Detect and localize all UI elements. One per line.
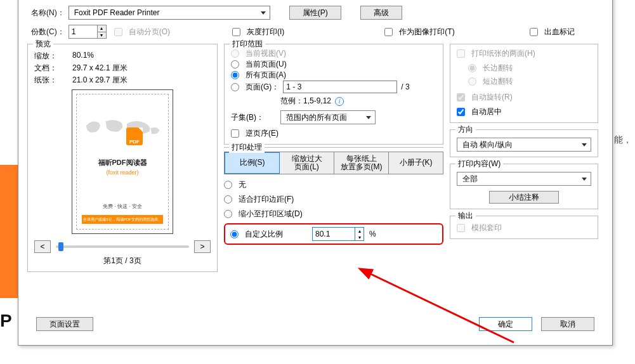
- shrink-radio[interactable]: [224, 210, 232, 218]
- zoom-label: 缩放：: [34, 51, 72, 62]
- page-setup-button[interactable]: 页面设置: [36, 317, 93, 331]
- paper-label: 纸张：: [34, 75, 72, 86]
- all-pages-label: 所有页面(A): [245, 70, 286, 81]
- preview-page: PDF 福昕PDF阅读器 (foxit reader) 免费 · 快速 · 安全…: [72, 89, 173, 234]
- custom-scale-label: 自定义比例: [245, 229, 283, 240]
- print-range-legend: 打印范围: [230, 39, 265, 49]
- pdf-file-icon: PDF: [126, 127, 143, 145]
- preview-group: 预览 缩放： 80.1% 文档： 29.7 x 42.1 厘米 纸张： 21.0…: [27, 44, 218, 272]
- duplex-group: 打印纸张的两面(H) 长边翻转 短边翻转 自动旋转(R) 自动居中: [450, 44, 598, 123]
- stepper-up-icon[interactable]: ▴: [355, 228, 363, 234]
- stepper-down-icon[interactable]: ▾: [355, 234, 363, 240]
- orientation-legend: 方向: [455, 124, 476, 135]
- pages-radio[interactable]: [231, 83, 239, 91]
- reverse-order-checkbox[interactable]: [231, 129, 239, 138]
- print-as-image-checkbox[interactable]: [384, 28, 393, 36]
- page-indicator: 第1页 / 3页: [34, 256, 211, 266]
- grayscale-label: 灰度打印(I): [247, 27, 284, 37]
- pages-input[interactable]: [283, 81, 397, 93]
- paper-value: 21.0 x 29.7 厘米: [72, 75, 211, 86]
- handling-tabs: 比例(S) 缩放过大 页面(L) 每张纸上 放置多页(M) 小册子(K): [224, 152, 443, 174]
- bleed-label: 出血标记: [544, 27, 575, 37]
- subset-label: 子集(B)：: [231, 112, 264, 123]
- shrink-label: 缩小至打印区域(D): [239, 209, 303, 219]
- tab-fit-large[interactable]: 缩放过大 页面(L): [280, 152, 334, 174]
- output-legend: 输出: [455, 211, 476, 221]
- stepper-up-icon[interactable]: ▴: [98, 25, 106, 32]
- tab-multi-per-sheet[interactable]: 每张纸上 放置多页(M): [334, 152, 389, 174]
- percent-label: %: [369, 230, 376, 238]
- brand-title: 福昕PDF阅读器: [77, 158, 168, 167]
- print-content-legend: 打印内容(W): [455, 159, 503, 169]
- chevron-down-icon: [582, 178, 587, 181]
- subset-select[interactable]: 范围内的所有页面: [280, 110, 376, 124]
- print-dialog: 名称(N)： Foxit PDF Reader Printer 属性(P) 高级…: [18, 0, 613, 346]
- advanced-button[interactable]: 高级: [360, 6, 402, 20]
- tab-booklet[interactable]: 小册子(K): [389, 152, 443, 174]
- scale-none-label: 无: [239, 179, 246, 190]
- chevron-down-icon: [366, 116, 371, 119]
- info-icon[interactable]: i: [335, 97, 344, 106]
- reverse-order-label: 逆页序(E): [245, 128, 278, 139]
- grayscale-checkbox[interactable]: [232, 28, 240, 36]
- stepper-down-icon[interactable]: ▾: [98, 32, 106, 39]
- collate-checkbox: [114, 28, 122, 36]
- summarize-comments-button[interactable]: 小结注释: [489, 191, 559, 204]
- doc-label: 文档：: [34, 63, 72, 74]
- output-group: 输出 模拟套印: [450, 216, 598, 239]
- slider-thumb[interactable]: [58, 242, 63, 251]
- properties-button[interactable]: 属性(P): [289, 6, 341, 20]
- preview-legend: 预览: [33, 39, 53, 49]
- simulate-overprint-checkbox: [457, 224, 465, 232]
- background-text-2: P: [0, 311, 12, 331]
- doc-value: 29.7 x 42.1 厘米: [72, 63, 211, 74]
- bleed-checkbox[interactable]: [530, 28, 538, 36]
- copies-input[interactable]: [69, 25, 97, 38]
- long-edge-radio: [468, 64, 476, 72]
- duplex-label: 打印纸张的两面(H): [471, 48, 535, 59]
- simulate-overprint-label: 模拟套印: [471, 223, 502, 233]
- zoom-value: 80.1%: [72, 51, 211, 62]
- print-content-group: 打印内容(W) 全部 小结注释: [450, 164, 598, 209]
- tab-scale[interactable]: 比例(S): [225, 152, 280, 174]
- current-view-radio: [231, 49, 239, 58]
- ok-button[interactable]: 确定: [479, 317, 532, 331]
- printer-select[interactable]: Foxit PDF Reader Printer: [69, 6, 270, 20]
- next-page-button[interactable]: >: [194, 240, 211, 253]
- print-handling-legend: 打印处理: [229, 142, 265, 153]
- all-pages-radio[interactable]: [231, 71, 239, 79]
- print-range-group: 打印范围 当前视图(V) 当前页面(U) 所有页面(A) 页面(G)： / 3 …: [224, 44, 443, 145]
- auto-center-label: 自动居中: [471, 107, 502, 117]
- print-content-select[interactable]: 全部: [457, 172, 591, 186]
- background-text: 能，: [614, 134, 632, 146]
- orientation-select[interactable]: 自动 横向/纵向: [457, 138, 591, 152]
- short-edge-label: 短边翻转: [483, 76, 513, 87]
- orientation-group: 方向 自动 横向/纵向: [450, 129, 598, 157]
- auto-center-checkbox[interactable]: [457, 108, 465, 116]
- chevron-down-icon: [582, 143, 587, 146]
- print-handling-group: 打印处理 比例(S) 缩放过大 页面(L) 每张纸上 放置多页(M) 小册子(K…: [224, 147, 443, 245]
- custom-scale-radio[interactable]: [230, 230, 239, 238]
- custom-scale-input[interactable]: [313, 228, 355, 240]
- current-view-label: 当前视图(V): [245, 48, 286, 59]
- long-edge-label: 长边翻转: [483, 63, 513, 74]
- page-slider[interactable]: [56, 245, 189, 248]
- collate-label: 自动分页(O): [129, 27, 170, 37]
- fit-margin-radio[interactable]: [224, 195, 232, 204]
- print-as-image-label: 作为图像打印(T): [399, 27, 454, 37]
- pages-total: / 3: [401, 82, 409, 91]
- custom-scale-highlight: 自定义比例 ▴▾ %: [224, 223, 443, 245]
- custom-scale-stepper[interactable]: ▴▾: [312, 227, 364, 241]
- printer-name-label: 名称(N)：: [31, 8, 65, 18]
- prev-page-button[interactable]: <: [34, 240, 51, 253]
- cancel-button[interactable]: 取消: [541, 317, 594, 331]
- brand-bar: 全球用户超越5亿，阅读PDF文档的理想选择。: [82, 215, 163, 224]
- duplex-checkbox: [457, 49, 465, 58]
- copies-label: 份数(C)：: [31, 27, 65, 37]
- auto-rotate-checkbox: [457, 93, 465, 101]
- pages-label: 页面(G)：: [245, 82, 279, 93]
- fit-margin-label: 适合打印边距(F): [239, 194, 294, 205]
- scale-none-radio[interactable]: [224, 181, 232, 189]
- copies-stepper[interactable]: ▴▾: [69, 25, 107, 39]
- current-page-radio[interactable]: [231, 60, 239, 68]
